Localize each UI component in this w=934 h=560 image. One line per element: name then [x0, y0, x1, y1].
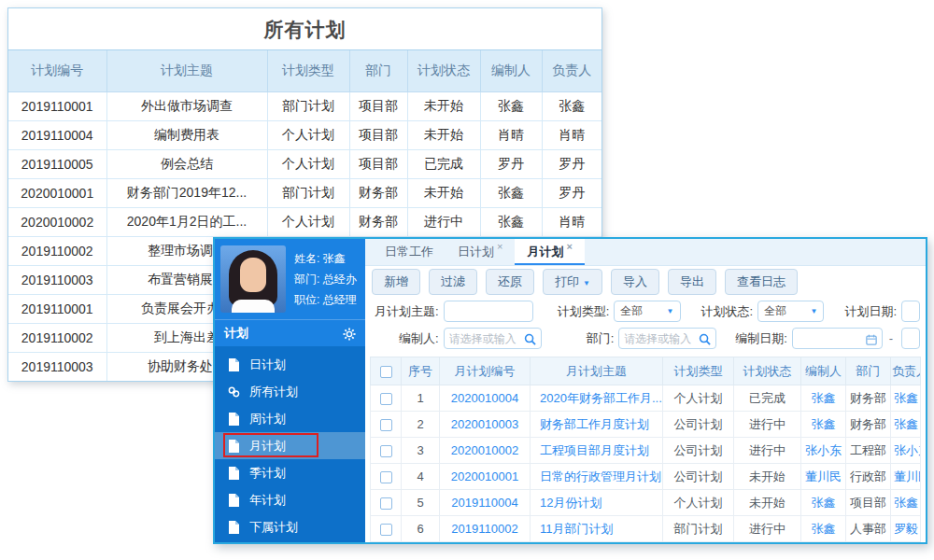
tab-daily-plan[interactable]: 日计划×: [446, 239, 515, 265]
dept-filter-input[interactable]: [624, 332, 699, 345]
row-checkbox[interactable]: [380, 419, 392, 431]
table-row[interactable]: 120200100042020年财务部工作月...个人计划已完成张鑫财务部张鑫: [371, 385, 921, 412]
row-checkbox[interactable]: [380, 497, 392, 510]
cell-plan-no-link[interactable]: 2020010002: [440, 438, 531, 464]
row-checkbox[interactable]: [380, 393, 392, 405]
tab-monthly-plan[interactable]: 月计划×: [515, 239, 584, 265]
compiler-filter-search[interactable]: [444, 328, 542, 349]
table-row[interactable]: 22020010003财务部工作月度计划公司计划进行中张鑫财务部张鑫: [371, 412, 921, 438]
row-checkbox[interactable]: [380, 471, 392, 483]
dept-filter-label: 部门:: [587, 330, 615, 347]
plan-date-filter-input[interactable]: [901, 301, 920, 322]
cell-owner-link[interactable]: 张鑫: [891, 490, 921, 516]
table-row[interactable]: 42020010001日常的行政管理月计划公司计划未开始董川民行政部董川民: [371, 464, 921, 490]
chain-link-icon: [228, 385, 240, 399]
cell-compiler-link[interactable]: 董川民: [801, 464, 846, 490]
cell-seq: 6: [402, 516, 440, 542]
sidebar-item-all-plans[interactable]: 所有计划: [215, 378, 365, 405]
cell-plan-no-link[interactable]: 2019110002: [440, 516, 531, 542]
cell-owner-link[interactable]: 张鑫: [891, 385, 921, 412]
cell-subject-link[interactable]: 2020年财务部工作月...: [531, 385, 663, 412]
cell-compiler-link[interactable]: 张鑫: [801, 412, 846, 438]
add-button[interactable]: 新增: [372, 269, 420, 295]
row-checkbox[interactable]: [380, 445, 392, 457]
cell-plan-no: 2019110001: [8, 294, 106, 323]
row-checkbox[interactable]: [380, 524, 392, 536]
filter-button[interactable]: 过滤: [429, 269, 477, 295]
table-row[interactable]: 32020010002工程项目部月度计划公司计划进行中张小东工程部张小东: [371, 438, 921, 464]
cell-type: 个人计划: [663, 385, 734, 412]
cell-plan-no-link[interactable]: 2020010004: [440, 385, 531, 412]
compiler-filter-input[interactable]: [449, 332, 524, 345]
table-row[interactable]: 5201911000412月份计划个人计划未开始张鑫项目部张鑫: [371, 490, 921, 516]
cell-owner-link[interactable]: 罗毅: [891, 516, 921, 542]
dept-filter-search[interactable]: [618, 328, 716, 349]
print-label: 打印: [555, 274, 579, 288]
select-all-checkbox[interactable]: [380, 366, 392, 378]
tab-daily-work[interactable]: 日常工作: [373, 239, 446, 265]
cell-subject-link[interactable]: 日常的行政管理月计划: [531, 464, 663, 490]
col-monthly-plan-subject: 月计划主题: [531, 357, 663, 385]
import-button[interactable]: 导入: [611, 269, 659, 295]
col-plan-no: 计划编号: [8, 50, 106, 91]
profile-position: 职位: 总经理: [294, 292, 357, 308]
compile-date-filter-label: 编制日期:: [735, 330, 787, 347]
type-filter-select[interactable]: 全部 ▼: [614, 301, 680, 322]
cell-compiler-link[interactable]: 张鑫: [801, 385, 846, 412]
table-row[interactable]: 6201911000211月部门计划部门计划进行中张鑫人事部罗毅: [371, 516, 921, 542]
table-row[interactable]: 2019110004编制费用表个人计划项目部未开始肖晴肖晴: [8, 120, 601, 149]
table-row[interactable]: 20200100022020年1月2日的工...个人计划财务部进行中张鑫肖晴: [8, 207, 601, 236]
sidebar-item-weekly-plan[interactable]: 周计划: [215, 405, 365, 432]
sidebar-item-label: 年计划: [249, 492, 286, 509]
cell-compiler: 肖晴: [480, 120, 542, 149]
cell-subject-link[interactable]: 工程项目部月度计划: [531, 438, 663, 464]
app-canvas: 所有计划 计划编号 计划主题 计划类型 部门 计划状态 编制人 负责人 2019…: [0, 0, 934, 560]
compile-date-start-input[interactable]: [792, 328, 883, 349]
main-content: 日常工作 日计划× 月计划× 新增 过滤 还原 打印▼ 导入 导出 查看日志: [365, 239, 926, 542]
cell-subject-link[interactable]: 12月份计划: [531, 490, 663, 516]
reset-button[interactable]: 还原: [486, 269, 534, 295]
subject-filter-input[interactable]: [444, 301, 533, 322]
gear-icon[interactable]: [343, 326, 356, 341]
status-filter-select[interactable]: 全部 ▼: [757, 301, 824, 322]
view-log-button[interactable]: 查看日志: [725, 269, 798, 295]
col-plan-type: 计划类型: [663, 357, 734, 385]
close-icon[interactable]: ×: [566, 241, 572, 252]
cell-plan-no-link[interactable]: 2019110004: [440, 490, 531, 516]
cell-plan-no-link[interactable]: 2020010003: [440, 412, 531, 438]
cell-subject-link[interactable]: 财务部工作月度计划: [531, 412, 663, 438]
sidebar-item-daily-plan[interactable]: 日计划: [215, 351, 365, 378]
avatar-face: [240, 258, 266, 292]
cell-owner-link[interactable]: 张小东: [891, 438, 921, 464]
caret-down-icon: ▼: [583, 279, 590, 287]
cell-plan-no-link[interactable]: 2020010001: [440, 464, 531, 490]
export-button[interactable]: 导出: [668, 269, 716, 295]
cell-status: 未开始: [407, 91, 480, 120]
cell-owner-link[interactable]: 张鑫: [891, 412, 921, 438]
table-row[interactable]: 2019110001外出做市场调查部门计划项目部未开始张鑫张鑫: [8, 91, 601, 120]
cell-seq: 5: [402, 490, 440, 516]
cell-compiler-link[interactable]: 张小东: [801, 438, 846, 464]
cell-subject-link[interactable]: 11月部门计划: [531, 516, 663, 542]
col-plan-status: 计划状态: [407, 50, 480, 91]
cell-compiler: 张鑫: [480, 178, 542, 207]
cell-dept: 财务部: [349, 207, 407, 236]
table-row[interactable]: 2020010001财务部门2019年12...部门计划财务部未开始张鑫罗丹: [8, 178, 601, 207]
sidebar-header-label: 计划: [224, 325, 343, 342]
sidebar-item-subordinate-plan[interactable]: 下属计划: [215, 513, 365, 540]
cell-compiler-link[interactable]: 张鑫: [801, 490, 846, 516]
compile-date-end-input[interactable]: [901, 328, 920, 349]
cell-status: 未开始: [407, 178, 480, 207]
col-owner: 负责人: [542, 50, 601, 91]
sidebar-item-yearly-plan[interactable]: 年计划: [215, 486, 365, 513]
cell-dept: 项目部: [349, 120, 407, 149]
sidebar-item-quarterly-plan[interactable]: 季计划: [215, 459, 365, 486]
profile-name: 姓名: 张鑫: [294, 251, 357, 267]
print-button[interactable]: 打印▼: [543, 269, 602, 295]
cell-owner-link[interactable]: 董川民: [891, 464, 921, 490]
sidebar-item-monthly-plan[interactable]: 月计划: [215, 432, 365, 459]
sidebar-item-label: 周计划: [249, 411, 286, 427]
cell-compiler-link[interactable]: 张鑫: [801, 516, 846, 542]
close-icon[interactable]: ×: [497, 241, 502, 252]
table-row[interactable]: 2019110005例会总结个人计划项目部已完成罗丹罗丹: [8, 149, 601, 178]
